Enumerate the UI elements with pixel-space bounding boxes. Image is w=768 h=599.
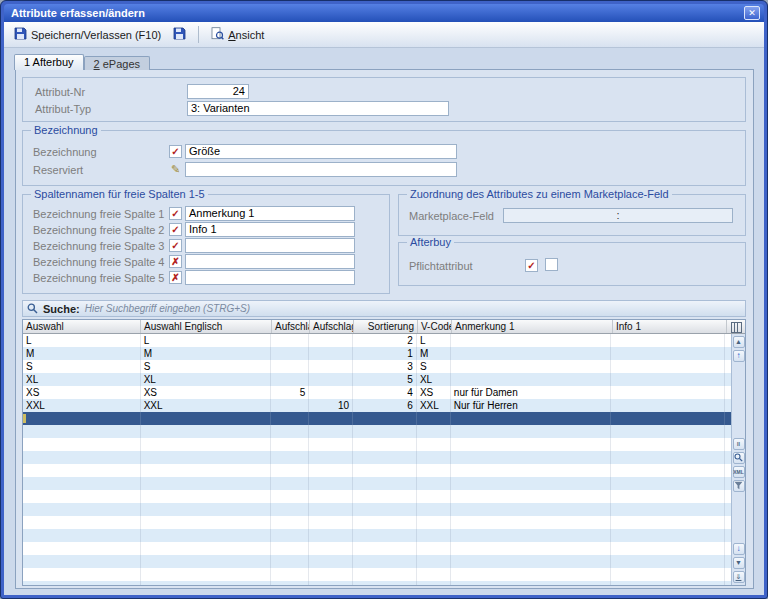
table-cell[interactable]: 2 <box>353 334 417 347</box>
table-cell[interactable] <box>23 477 141 490</box>
table-cell[interactable] <box>271 542 309 555</box>
table-cell[interactable] <box>23 464 141 477</box>
table-cell[interactable]: 10 <box>309 399 353 412</box>
table-cell[interactable] <box>271 503 309 516</box>
pflichtattribut-checkbox[interactable] <box>545 258 558 271</box>
table-cell[interactable] <box>271 412 309 425</box>
table-cell[interactable] <box>451 334 612 347</box>
table-cell[interactable] <box>611 386 725 399</box>
reserviert-field[interactable] <box>185 162 457 177</box>
table-cell[interactable] <box>141 438 272 451</box>
column-header[interactable]: Auswahl <box>23 320 141 333</box>
bezeichnung-field[interactable]: Größe <box>185 144 457 159</box>
table-cell[interactable]: XL <box>23 373 141 386</box>
column-header[interactable]: Aufschlag <box>272 320 310 333</box>
table-cell[interactable] <box>271 490 309 503</box>
table-cell[interactable] <box>23 568 141 581</box>
table-row[interactable] <box>23 477 731 490</box>
table-row[interactable] <box>23 555 731 568</box>
spalte1-toggle-icon[interactable]: ✓ <box>169 207 182 220</box>
spalte2-toggle-icon[interactable]: ✓ <box>169 223 182 236</box>
table-cell[interactable] <box>353 438 417 451</box>
table-cell[interactable] <box>611 425 725 438</box>
grid-search-button[interactable] <box>733 452 745 464</box>
filter-button[interactable] <box>733 480 745 492</box>
table-row[interactable]: MM1M <box>23 347 731 360</box>
table-cell[interactable] <box>451 568 612 581</box>
row-down-button[interactable]: ↓ <box>733 543 745 555</box>
table-cell[interactable] <box>271 425 309 438</box>
table-row[interactable] <box>23 581 731 586</box>
column-header[interactable]: Sortierung <box>354 320 418 333</box>
table-cell[interactable]: XXL <box>23 399 141 412</box>
table-row[interactable] <box>23 516 731 529</box>
table-row[interactable] <box>23 412 731 425</box>
table-cell[interactable] <box>353 464 417 477</box>
table-cell[interactable] <box>417 425 451 438</box>
table-cell[interactable] <box>141 568 272 581</box>
search-input[interactable]: Hier Suchbegriff eingeben (STRG+S) <box>85 303 741 314</box>
spalte4-field[interactable] <box>185 254 355 269</box>
table-cell[interactable] <box>353 477 417 490</box>
table-cell[interactable] <box>417 555 451 568</box>
table-cell[interactable] <box>451 373 612 386</box>
table-cell[interactable] <box>611 568 725 581</box>
save-exit-button[interactable]: Speichern/Verlassen (F10) <box>9 25 166 44</box>
table-cell[interactable] <box>309 568 353 581</box>
table-cell[interactable] <box>309 347 353 360</box>
spalte1-field[interactable]: Anmerkung 1 <box>185 206 355 221</box>
table-cell[interactable] <box>417 451 451 464</box>
table-cell[interactable] <box>417 477 451 490</box>
table-cell[interactable] <box>271 581 309 586</box>
table-cell[interactable] <box>611 360 725 373</box>
bezeichnung-check-icon[interactable]: ✓ <box>169 145 182 158</box>
table-cell[interactable] <box>353 412 417 425</box>
table-row[interactable] <box>23 490 731 503</box>
table-cell[interactable] <box>309 555 353 568</box>
table-cell[interactable] <box>271 464 309 477</box>
table-cell[interactable] <box>141 412 272 425</box>
table-cell[interactable] <box>309 490 353 503</box>
table-cell[interactable] <box>417 516 451 529</box>
attribut-typ-field[interactable]: 3: Varianten <box>187 101 449 116</box>
table-cell[interactable] <box>309 438 353 451</box>
table-cell[interactable] <box>353 451 417 464</box>
table-cell[interactable] <box>611 412 725 425</box>
table-cell[interactable] <box>23 490 141 503</box>
table-cell[interactable]: S <box>23 360 141 373</box>
table-cell[interactable] <box>353 568 417 581</box>
table-cell[interactable] <box>417 542 451 555</box>
table-cell[interactable] <box>611 516 725 529</box>
table-cell[interactable]: XS <box>23 386 141 399</box>
table-cell[interactable] <box>417 529 451 542</box>
table-row[interactable] <box>23 464 731 477</box>
table-cell[interactable] <box>23 529 141 542</box>
table-cell[interactable] <box>23 581 141 586</box>
table-cell[interactable] <box>353 503 417 516</box>
table-cell[interactable] <box>23 542 141 555</box>
table-cell[interactable] <box>451 542 612 555</box>
table-cell[interactable] <box>23 451 141 464</box>
table-cell[interactable]: XS <box>141 386 272 399</box>
table-cell[interactable] <box>141 516 272 529</box>
table-cell[interactable] <box>353 516 417 529</box>
table-cell[interactable] <box>611 334 725 347</box>
table-cell[interactable] <box>451 490 612 503</box>
table-cell[interactable]: XL <box>417 373 451 386</box>
table-cell[interactable] <box>141 464 272 477</box>
pflichtattribut-toggle-icon[interactable]: ✓ <box>525 259 538 272</box>
table-cell[interactable]: XL <box>141 373 272 386</box>
table-cell[interactable] <box>451 464 612 477</box>
table-cell[interactable] <box>353 529 417 542</box>
table-cell[interactable] <box>451 516 612 529</box>
table-cell[interactable] <box>271 334 309 347</box>
table-cell[interactable]: 3 <box>353 360 417 373</box>
table-cell[interactable]: 5 <box>271 386 309 399</box>
table-cell[interactable]: M <box>141 347 272 360</box>
view-button[interactable]: Ansicht <box>206 25 269 44</box>
table-cell[interactable] <box>309 529 353 542</box>
table-cell[interactable] <box>611 529 725 542</box>
table-cell[interactable] <box>451 412 612 425</box>
table-cell[interactable] <box>611 464 725 477</box>
pause-button[interactable]: II <box>733 438 745 450</box>
